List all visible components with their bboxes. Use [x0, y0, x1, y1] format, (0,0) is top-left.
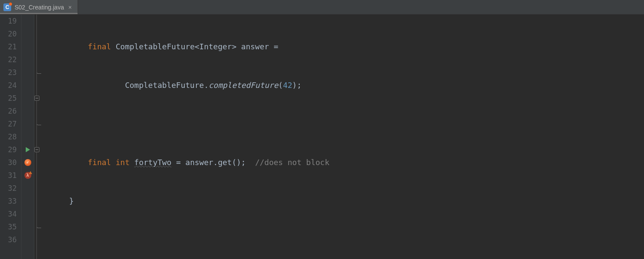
fold-end-icon: [36, 69, 41, 74]
code-editor[interactable]: 19 20 21 22 23 24 25 26 27 28 29 30 31 3…: [0, 15, 644, 259]
tab-filename: S02_Creating.java: [15, 4, 64, 11]
line-number: 20: [0, 27, 17, 40]
fold-end-icon: [36, 120, 41, 125]
line-number: 23: [0, 66, 17, 79]
line-number: 29: [0, 143, 17, 156]
tab-underline: [0, 13, 78, 14]
line-number: 28: [0, 130, 17, 143]
code-area[interactable]: final CompletableFuture<Integer> answer …: [45, 15, 644, 259]
line-number: 24: [0, 79, 17, 92]
line-number: 27: [0, 117, 17, 130]
code-line[interactable]: CompletableFuture.completedFuture(42);: [51, 79, 644, 92]
close-tab-icon[interactable]: ×: [67, 4, 72, 11]
editor-tab[interactable]: C S02_Creating.java ×: [0, 0, 78, 14]
run-test-icon[interactable]: [26, 147, 30, 152]
code-line[interactable]: final CompletableFuture<Integer> answer …: [51, 40, 644, 53]
fold-column: [34, 15, 45, 259]
line-number: 35: [0, 220, 17, 233]
fold-toggle-icon[interactable]: [34, 147, 39, 152]
line-number: 25: [0, 92, 17, 105]
line-number: 32: [0, 182, 17, 195]
line-number: 19: [0, 15, 17, 27]
line-number: 36: [0, 233, 17, 246]
line-number: 33: [0, 195, 17, 208]
java-class-icon: C: [3, 3, 11, 11]
fold-end-icon: [36, 223, 41, 228]
line-number: 30: [0, 156, 17, 169]
code-line[interactable]: [51, 117, 644, 130]
breakpoint-icon[interactable]: ✓: [24, 159, 31, 166]
line-number: 22: [0, 53, 17, 66]
code-line[interactable]: [51, 233, 644, 246]
gutter-icon-column: ✓ λ: [21, 15, 34, 259]
tab-bar: C S02_Creating.java ×: [0, 0, 644, 15]
line-number: 26: [0, 105, 17, 117]
fold-toggle-icon[interactable]: [34, 96, 39, 101]
line-number: 31: [0, 169, 17, 182]
code-line[interactable]: final int fortyTwo = answer.get(); //doe…: [51, 156, 644, 169]
code-line[interactable]: }: [51, 195, 644, 208]
lambda-gutter-icon[interactable]: λ: [24, 172, 31, 179]
line-number-gutter: 19 20 21 22 23 24 25 26 27 28 29 30 31 3…: [0, 15, 21, 259]
line-number: 34: [0, 208, 17, 220]
line-number: 21: [0, 40, 17, 53]
